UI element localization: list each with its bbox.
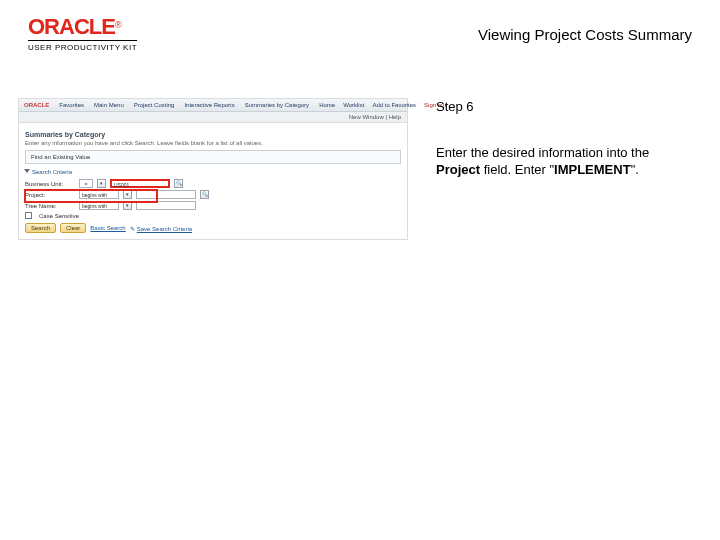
step-label: Step 6 [436, 98, 674, 116]
sim-desc: Enter any information you have and click… [25, 140, 401, 146]
tree-label: Tree Name: [25, 203, 75, 209]
content-row: ORACLE Favorites Main Menu Project Costi… [0, 98, 720, 240]
page-title: Viewing Project Costs Summary [478, 16, 692, 43]
search-button[interactable]: Search [25, 223, 56, 233]
screenshot-pane: ORACLE Favorites Main Menu Project Costi… [18, 98, 418, 240]
instruction-pane: Step 6 Enter the desired information int… [418, 98, 698, 240]
find-box: Find an Existing Value [25, 150, 401, 164]
case-label: Case Sensitive [39, 213, 79, 219]
lookup-icon: 🔍 [200, 190, 209, 199]
instruction-text: Enter the desired information into the P… [436, 144, 674, 179]
basic-search-link[interactable]: Basic Search [90, 225, 125, 231]
subbrand: USER PRODUCTIVITY KIT [28, 40, 137, 52]
app-screenshot: ORACLE Favorites Main Menu Project Costi… [18, 98, 408, 240]
top-link: Home [319, 102, 335, 108]
bu-label: Business Unit: [25, 181, 75, 187]
dropdown-icon: ▾ [97, 179, 106, 188]
logo-block: ORACLE® USER PRODUCTIVITY KIT [28, 16, 137, 52]
sim-subbar: New Window | Help [19, 112, 407, 123]
dropdown-icon: ▾ [123, 190, 132, 199]
nav-item: Favorites [59, 102, 84, 108]
top-link: Worklist [343, 102, 364, 108]
sim-logo: ORACLE [24, 102, 49, 108]
sim-heading: Summaries by Category [25, 131, 401, 138]
row-business-unit: Business Unit: = ▾ US001 🔍 [25, 179, 401, 188]
clear-button[interactable]: Clear [60, 223, 86, 233]
nav-item: Project Costing [134, 102, 175, 108]
case-checkbox[interactable] [25, 212, 32, 219]
sim-body: Summaries by Category Enter any informat… [19, 123, 407, 239]
page-header: ORACLE® USER PRODUCTIVITY KIT Viewing Pr… [0, 0, 720, 60]
row-case: Case Sensitive [25, 212, 401, 219]
row-project: Project: begins with ▾ 🔍 [25, 190, 401, 199]
save-search-link[interactable]: Save Search Criteria [130, 225, 192, 232]
tree-op: begins with [79, 201, 119, 210]
project-op: begins with [79, 190, 119, 199]
project-field[interactable] [136, 190, 196, 199]
dropdown-icon: ▾ [123, 201, 132, 210]
criteria-header: Search Criteria [25, 168, 401, 175]
oracle-logo: ORACLE® [28, 16, 137, 38]
bu-field[interactable]: US001 [110, 179, 170, 188]
nav-item: Interactive Reports [184, 102, 234, 108]
project-label: Project: [25, 192, 75, 198]
nav-item: Main Menu [94, 102, 124, 108]
row-tree: Tree Name: begins with ▾ [25, 201, 401, 210]
nav-item: Summaries by Category [245, 102, 309, 108]
lookup-icon: 🔍 [174, 179, 183, 188]
button-row: Search Clear Basic Search Save Search Cr… [25, 223, 401, 233]
sim-breadcrumb-bar: ORACLE Favorites Main Menu Project Costi… [19, 99, 407, 112]
bu-op: = [79, 179, 93, 188]
tree-field[interactable] [136, 201, 196, 210]
top-link: Add to Favorites [372, 102, 416, 108]
